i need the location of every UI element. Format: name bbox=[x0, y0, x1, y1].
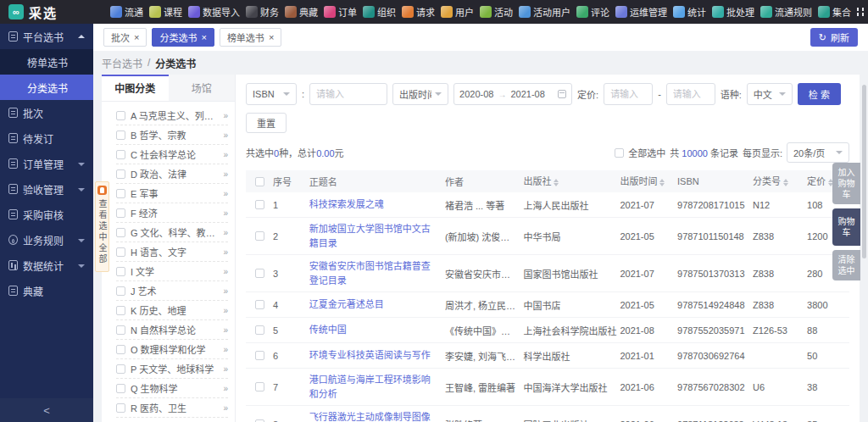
search-button[interactable]: 检 索 bbox=[798, 83, 841, 105]
price-max-input[interactable] bbox=[666, 83, 715, 105]
cell-title-link[interactable]: 传统中国 bbox=[309, 323, 445, 337]
tab-2[interactable]: 榜单选书× bbox=[220, 28, 281, 47]
category-item[interactable]: C 社会科学总论» bbox=[116, 145, 228, 164]
category-checkbox[interactable] bbox=[116, 306, 125, 315]
expand-icon[interactable]: » bbox=[223, 267, 228, 276]
sidebar-item-10[interactable]: 典藏 bbox=[0, 278, 93, 303]
sidebar-item-4[interactable]: 待发订 bbox=[0, 125, 93, 151]
cart-button[interactable]: 购物车 bbox=[832, 208, 860, 246]
keyword-input[interactable] bbox=[309, 83, 387, 105]
sidebar-item-0[interactable]: 平台选书 bbox=[0, 24, 93, 49]
expand-icon[interactable]: » bbox=[223, 169, 228, 179]
sidebar-item-5[interactable]: 订单管理 bbox=[0, 151, 93, 176]
refresh-button[interactable]: ↻ 刷新 bbox=[810, 28, 858, 47]
expand-icon[interactable]: » bbox=[223, 364, 228, 374]
category-item[interactable]: F 经济» bbox=[116, 203, 228, 223]
category-item[interactable]: E 军事» bbox=[116, 184, 228, 203]
sort-icon[interactable] bbox=[554, 176, 559, 189]
category-item[interactable]: R 医药、卫生» bbox=[116, 398, 228, 418]
category-item[interactable]: G 文化、科学、教育、体...» bbox=[116, 223, 228, 242]
row-checkbox[interactable] bbox=[255, 231, 264, 241]
expand-icon[interactable]: » bbox=[223, 247, 228, 257]
category-item[interactable]: O 数理科学和化学» bbox=[116, 340, 228, 359]
cell-title-link[interactable]: 新加坡国立大学图书馆中文古籍目录 bbox=[309, 222, 445, 250]
row-checkbox[interactable] bbox=[255, 269, 264, 278]
close-icon[interactable]: × bbox=[134, 32, 139, 42]
expand-icon[interactable]: » bbox=[223, 306, 228, 315]
expand-icon[interactable]: » bbox=[223, 228, 228, 237]
category-tab-0[interactable]: 中图分类 bbox=[102, 75, 169, 101]
nav-item-circulation[interactable]: 流通 bbox=[110, 5, 143, 19]
expand-icon[interactable]: » bbox=[223, 130, 228, 140]
row-checkbox[interactable] bbox=[255, 200, 264, 209]
category-checkbox[interactable] bbox=[116, 247, 125, 257]
nav-item-order[interactable]: 订单 bbox=[324, 5, 357, 19]
price-min-input[interactable] bbox=[604, 83, 653, 105]
row-checkbox[interactable] bbox=[255, 300, 264, 309]
category-item[interactable]: A 马克思主义、列宁主义...» bbox=[116, 106, 228, 125]
category-checkbox[interactable] bbox=[116, 345, 125, 354]
tab-0[interactable]: 批次× bbox=[103, 28, 147, 47]
nav-item-comment[interactable]: 评论 bbox=[576, 5, 609, 19]
date-field-select[interactable]: 出版时间 bbox=[392, 83, 448, 105]
category-checkbox[interactable] bbox=[116, 364, 125, 374]
row-checkbox[interactable] bbox=[255, 325, 264, 335]
tab-1[interactable]: 分类选书× bbox=[152, 28, 214, 47]
cell-title-link[interactable]: 安徽省安庆市图书馆古籍普查登记目录 bbox=[309, 259, 445, 287]
category-item[interactable]: J 艺术» bbox=[116, 281, 228, 301]
expand-icon[interactable]: » bbox=[223, 286, 228, 296]
nav-item-course[interactable]: 课程 bbox=[149, 5, 182, 19]
expand-icon[interactable]: » bbox=[223, 208, 228, 218]
nav-item-organization[interactable]: 组织 bbox=[363, 5, 396, 19]
cell-title-link[interactable]: 科技探索发展之魂 bbox=[309, 197, 445, 212]
expand-icon[interactable]: » bbox=[223, 111, 228, 120]
category-checkbox[interactable] bbox=[116, 189, 125, 198]
nav-item-set-collection[interactable]: 集合 bbox=[818, 5, 851, 19]
category-checkbox[interactable] bbox=[116, 150, 125, 159]
nav-item-statistics[interactable]: 统计 bbox=[673, 5, 706, 19]
category-item[interactable]: D 政治、法律» bbox=[116, 164, 228, 184]
category-checkbox[interactable] bbox=[116, 286, 125, 296]
cell-title-link[interactable]: 环境专业科技英语阅读与写作 bbox=[309, 348, 445, 363]
breadcrumb-parent[interactable]: 平台选书 bbox=[102, 56, 142, 70]
sort-icon[interactable] bbox=[783, 176, 788, 189]
nav-item-data-import[interactable]: 数据导入 bbox=[188, 5, 240, 19]
expand-icon[interactable]: » bbox=[223, 325, 228, 335]
category-checkbox[interactable] bbox=[116, 228, 125, 237]
nav-item-activity[interactable]: 活动 bbox=[480, 5, 513, 19]
header-checkbox[interactable] bbox=[255, 177, 264, 186]
sidebar-item-6[interactable]: 验收管理 bbox=[0, 176, 93, 202]
category-item[interactable]: B 哲学、宗教» bbox=[116, 125, 228, 145]
cell-title-link[interactable]: 辽夏金元著述总目 bbox=[309, 297, 445, 312]
category-checkbox[interactable] bbox=[116, 384, 125, 393]
expand-icon[interactable]: » bbox=[223, 150, 228, 159]
clear-selected-button[interactable]: 清除选中 bbox=[832, 250, 860, 280]
expand-icon[interactable]: » bbox=[223, 189, 228, 198]
sort-icon[interactable] bbox=[659, 176, 665, 189]
category-checkbox[interactable] bbox=[116, 208, 125, 218]
publish-date-range[interactable]: 2020-08 → 2021-08 bbox=[453, 83, 572, 105]
add-to-cart-button[interactable]: 加入购物车 bbox=[832, 163, 860, 204]
language-select[interactable]: 中文 bbox=[747, 83, 793, 105]
nav-item-ops-management[interactable]: 运维管理 bbox=[615, 5, 667, 19]
nav-item-batch-processing[interactable]: 批处理 bbox=[712, 5, 754, 19]
category-tab-1[interactable]: 场馆 bbox=[169, 75, 236, 101]
category-item[interactable]: H 语言、文字» bbox=[116, 242, 228, 262]
cell-title-link[interactable]: 港口航道与海岸工程环境影响和分析 bbox=[309, 373, 445, 401]
category-checkbox[interactable] bbox=[116, 325, 125, 335]
app-logo[interactable]: ∞ 采选 bbox=[8, 3, 58, 21]
category-checkbox[interactable] bbox=[116, 169, 125, 179]
nav-item-user[interactable]: 用户 bbox=[441, 5, 474, 19]
category-checkbox[interactable] bbox=[116, 403, 125, 413]
close-icon[interactable]: × bbox=[201, 32, 206, 42]
sidebar-item-2[interactable]: 分类选书 bbox=[0, 75, 93, 100]
category-item[interactable]: P 天文学、地球科学» bbox=[116, 359, 228, 379]
sidebar-item-1[interactable]: 榜单选书 bbox=[0, 49, 93, 75]
sidebar-item-8[interactable]: 业务规则 bbox=[0, 227, 93, 253]
category-item[interactable]: N 自然科学总论» bbox=[116, 320, 228, 340]
expand-icon[interactable]: » bbox=[223, 345, 228, 354]
nav-item-activity-user[interactable]: 活动用户 bbox=[519, 5, 570, 19]
cell-title-link[interactable]: 飞行器激光主动成像制导图像处理分析与匹配 bbox=[309, 410, 445, 422]
category-item[interactable]: I 文学» bbox=[116, 262, 228, 281]
apps-menu-button[interactable]: 应用 bbox=[857, 0, 868, 25]
